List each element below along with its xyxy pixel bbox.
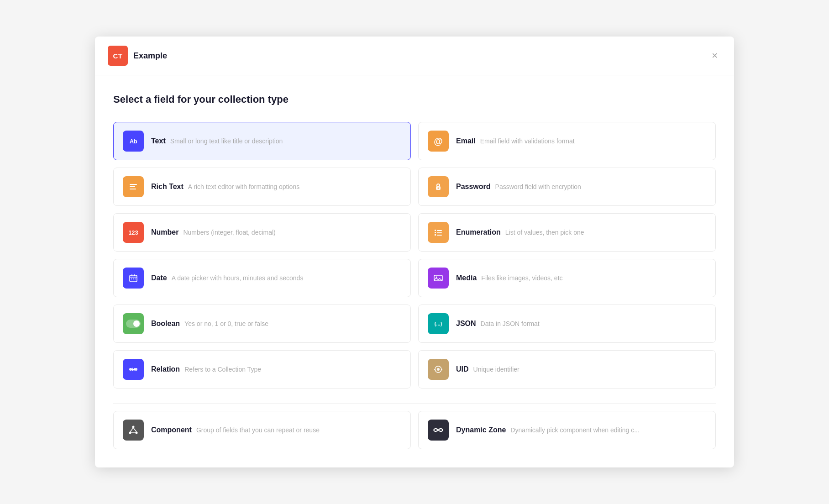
field-name-relation: Relation xyxy=(151,365,180,373)
modal-header: CT Example × xyxy=(95,37,734,75)
svg-point-28 xyxy=(129,432,131,434)
field-card-json[interactable]: {...} JSON Data in JSON format xyxy=(418,304,716,343)
close-button[interactable]: × xyxy=(708,49,721,63)
field-desc-dynamic-zone: Dynamically pick component when editing … xyxy=(510,426,639,434)
number-icon: 123 xyxy=(123,222,144,243)
field-name-boolean: Boolean xyxy=(151,320,180,328)
field-card-password[interactable]: Password Password field with encryption xyxy=(418,168,716,206)
field-card-email[interactable]: @ Email Email field with validations for… xyxy=(418,122,716,160)
field-name-rich-text: Rich Text xyxy=(151,183,184,191)
field-desc-media: Files like images, videos, etc xyxy=(481,274,562,282)
svg-line-31 xyxy=(133,428,136,432)
field-card-rich-text[interactable]: Rich Text A rich text editor with format… xyxy=(113,168,411,206)
component-icon xyxy=(123,420,144,441)
field-name-email: Email xyxy=(456,137,476,145)
field-card-uid[interactable]: UID Unique identifier xyxy=(418,350,716,388)
svg-rect-6 xyxy=(437,230,442,231)
email-icon: @ xyxy=(428,131,449,152)
media-icon xyxy=(428,268,449,289)
relation-icon xyxy=(123,359,144,380)
field-desc-enumeration: List of values, then pick one xyxy=(505,229,584,236)
field-card-date[interactable]: Date A date picker with hours, minutes a… xyxy=(113,259,411,297)
field-name-number: Number xyxy=(151,228,178,236)
date-icon xyxy=(123,268,144,289)
field-desc-uid: Unique identifier xyxy=(473,366,519,373)
svg-line-30 xyxy=(130,428,133,432)
enumeration-icon xyxy=(428,222,449,243)
svg-rect-14 xyxy=(131,278,132,279)
svg-rect-15 xyxy=(133,278,134,279)
svg-rect-1 xyxy=(130,186,135,187)
field-name-date: Date xyxy=(151,274,167,282)
field-desc-component: Group of fields that you can repeat or r… xyxy=(196,426,320,434)
uid-icon xyxy=(428,359,449,380)
page-title: Select a field for your collection type xyxy=(113,94,716,105)
field-name-media: Media xyxy=(456,274,477,282)
ct-logo: CT xyxy=(108,46,128,66)
svg-rect-5 xyxy=(435,230,436,231)
modal: CT Example × Select a field for your col… xyxy=(95,37,734,467)
password-icon xyxy=(428,176,449,197)
svg-point-29 xyxy=(136,432,138,434)
bottom-grid: Component Group of fields that you can r… xyxy=(113,411,716,449)
field-desc-rich-text: A rich text editor with formatting optio… xyxy=(188,183,299,190)
field-name-json: JSON xyxy=(456,320,476,328)
svg-rect-13 xyxy=(134,274,135,276)
field-name-text: Text xyxy=(151,137,166,145)
field-card-number[interactable]: 123 Number Numbers (integer, float, deci… xyxy=(113,213,411,252)
field-name-uid: UID xyxy=(456,365,469,373)
field-card-enumeration[interactable]: Enumeration List of values, then pick on… xyxy=(418,213,716,252)
field-desc-password: Password field with encryption xyxy=(495,183,581,190)
json-icon: {...} xyxy=(428,313,449,334)
field-desc-number: Numbers (integer, float, decimal) xyxy=(183,229,275,236)
field-name-password: Password xyxy=(456,183,491,191)
modal-title: Example xyxy=(133,51,167,61)
field-card-relation[interactable]: Relation Refers to a Collection Type xyxy=(113,350,411,388)
svg-rect-9 xyxy=(435,234,436,236)
svg-rect-7 xyxy=(435,232,436,233)
field-card-dynamic-zone[interactable]: Dynamic Zone Dynamically pick component … xyxy=(418,411,716,449)
field-card-boolean[interactable]: Boolean Yes or no, 1 or 0, true or false xyxy=(113,304,411,343)
svg-point-20 xyxy=(133,320,140,327)
svg-rect-10 xyxy=(437,235,442,236)
section-divider xyxy=(113,403,716,404)
field-card-media[interactable]: Media Files like images, videos, etc xyxy=(418,259,716,297)
dynamic-zone-icon xyxy=(428,420,449,441)
field-name-component: Component xyxy=(151,426,192,434)
svg-rect-0 xyxy=(130,184,137,185)
header-left: CT Example xyxy=(108,46,167,66)
field-card-component[interactable]: Component Group of fields that you can r… xyxy=(113,411,411,449)
fields-grid: Ab Text Small or long text like title or… xyxy=(113,122,716,388)
field-name-dynamic-zone: Dynamic Zone xyxy=(456,426,506,434)
field-desc-email: Email field with validations format xyxy=(480,137,575,145)
modal-body: Select a field for your collection type … xyxy=(95,75,734,467)
svg-point-24 xyxy=(437,368,440,371)
svg-point-4 xyxy=(438,188,439,189)
field-desc-boolean: Yes or no, 1 or 0, true or false xyxy=(184,320,268,327)
svg-rect-8 xyxy=(437,232,442,233)
text-icon: Ab xyxy=(123,131,144,152)
boolean-icon xyxy=(123,313,144,334)
field-card-text[interactable]: Ab Text Small or long text like title or… xyxy=(113,122,411,160)
field-desc-date: A date picker with hours, minutes and se… xyxy=(172,274,304,282)
svg-point-27 xyxy=(132,426,135,428)
field-desc-text: Small or long text like title or descrip… xyxy=(170,137,283,145)
rich-text-icon xyxy=(123,176,144,197)
field-desc-json: Data in JSON format xyxy=(481,320,540,327)
svg-rect-12 xyxy=(131,274,132,276)
field-desc-relation: Refers to a Collection Type xyxy=(184,366,261,373)
field-name-enumeration: Enumeration xyxy=(456,228,501,236)
svg-rect-2 xyxy=(130,189,136,189)
svg-rect-16 xyxy=(135,278,136,279)
